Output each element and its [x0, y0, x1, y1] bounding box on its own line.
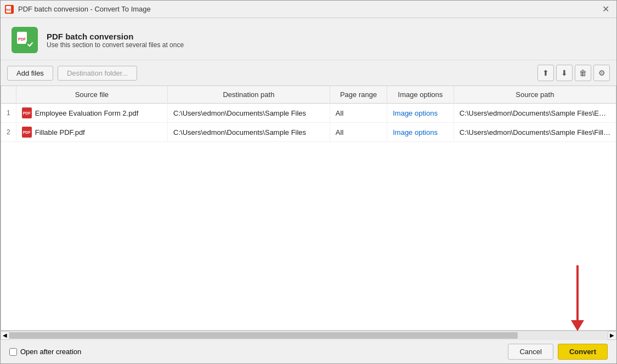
row-2-filename: Fillable PDF.pdf — [35, 128, 85, 136]
delete-button[interactable]: 🗑 — [575, 65, 591, 81]
header-icon: PDF — [12, 27, 38, 53]
row-1-source-file: PDF Employee Evaluation Form 2.pdf — [16, 104, 167, 123]
open-after-creation-label[interactable]: Open after creation — [20, 348, 81, 356]
title-bar: PDF PDF batch conversion - Convert To Im… — [1, 1, 616, 18]
toolbar-left: Add files Destination folder... — [7, 66, 137, 81]
toolbar-right: ⬆ ⬇ 🗑 ⚙ — [537, 65, 610, 81]
cancel-button[interactable]: Cancel — [508, 344, 553, 360]
svg-text:PDF: PDF — [18, 37, 26, 41]
col-page-range: Page range — [330, 86, 387, 104]
scroll-left-button[interactable]: ◀ — [1, 331, 9, 340]
file-table-container: Source file Destination path Page range … — [1, 86, 616, 331]
destination-folder-button[interactable]: Destination folder... — [58, 66, 137, 81]
header-text: PDF batch conversion Use this section to… — [47, 32, 184, 49]
svg-text:PDF: PDF — [5, 8, 11, 12]
row-2-source-path: C:\Users\edmon\Documents\Sample Files\Fi… — [454, 123, 616, 142]
svg-point-6 — [26, 40, 35, 49]
row-1-filename: Employee Evaluation Form 2.pdf — [35, 109, 139, 117]
col-destination-path: Destination path — [168, 86, 330, 104]
col-num — [1, 86, 16, 104]
convert-button[interactable]: Convert — [558, 344, 608, 360]
row-2-page-range: All — [330, 123, 387, 142]
open-after-creation-checkbox[interactable] — [9, 348, 17, 356]
row-2-image-options[interactable]: Image options — [387, 123, 454, 142]
row-2-source-file: PDF Fillable PDF.pdf — [16, 123, 167, 142]
toolbar: Add files Destination folder... ⬆ ⬇ 🗑 ⚙ — [1, 60, 616, 86]
move-up-button[interactable]: ⬆ — [537, 65, 554, 81]
header-section: PDF PDF batch conversion Use this sectio… — [1, 18, 616, 60]
scroll-thumb[interactable] — [9, 332, 518, 339]
scroll-track[interactable] — [9, 331, 608, 340]
files-table: Source file Destination path Page range … — [1, 86, 616, 142]
row-1-source-path: C:\Users\edmon\Documents\Sample Files\Em… — [454, 104, 616, 123]
main-window: PDF PDF batch conversion - Convert To Im… — [0, 0, 617, 364]
settings-button[interactable]: ⚙ — [593, 65, 610, 81]
table-row[interactable]: 1 PDF Employee Evaluation Form 2.pdf C:\… — [1, 104, 616, 123]
table-scroll-area[interactable]: Source file Destination path Page range … — [1, 86, 616, 330]
title-bar-left: PDF PDF batch conversion - Convert To Im… — [5, 5, 151, 14]
table-row[interactable]: 2 PDF Fillable PDF.pdf C:\Users\edmon\Do… — [1, 123, 616, 142]
row-2-num: 2 — [1, 123, 16, 142]
header-subtitle: Use this section to convert several file… — [47, 41, 184, 49]
row-2-dest-path: C:\Users\edmon\Documents\Sample Files — [168, 123, 330, 142]
header-title: PDF batch conversion — [47, 32, 184, 41]
download-button[interactable]: ⬇ — [556, 65, 573, 81]
footer-right: Cancel Convert — [508, 344, 608, 360]
horizontal-scrollbar[interactable]: ◀ ▶ — [1, 331, 616, 339]
add-files-button[interactable]: Add files — [7, 66, 53, 81]
col-image-options: Image options — [387, 86, 454, 104]
app-icon: PDF — [5, 5, 14, 14]
delete-icon: 🗑 — [579, 69, 587, 77]
settings-icon: ⚙ — [598, 69, 605, 77]
scroll-right-button[interactable]: ▶ — [608, 331, 616, 340]
footer-left: Open after creation — [9, 348, 81, 356]
pdf-icon: PDF — [22, 127, 32, 138]
table-header-row: Source file Destination path Page range … — [1, 86, 616, 104]
move-up-icon: ⬆ — [542, 69, 549, 77]
download-icon: ⬇ — [561, 69, 568, 77]
col-source-path: Source path — [454, 86, 616, 104]
row-1-num: 1 — [1, 104, 16, 123]
row-1-dest-path: C:\Users\edmon\Documents\Sample Files — [168, 104, 330, 123]
pdf-icon: PDF — [22, 107, 32, 118]
row-1-image-options[interactable]: Image options — [387, 104, 454, 123]
close-button[interactable]: ✕ — [599, 3, 612, 16]
col-source-file: Source file — [16, 86, 167, 104]
window-title: PDF batch conversion - Convert To Image — [18, 5, 151, 13]
footer: Open after creation Cancel Convert — [1, 339, 616, 363]
row-1-page-range: All — [330, 104, 387, 123]
